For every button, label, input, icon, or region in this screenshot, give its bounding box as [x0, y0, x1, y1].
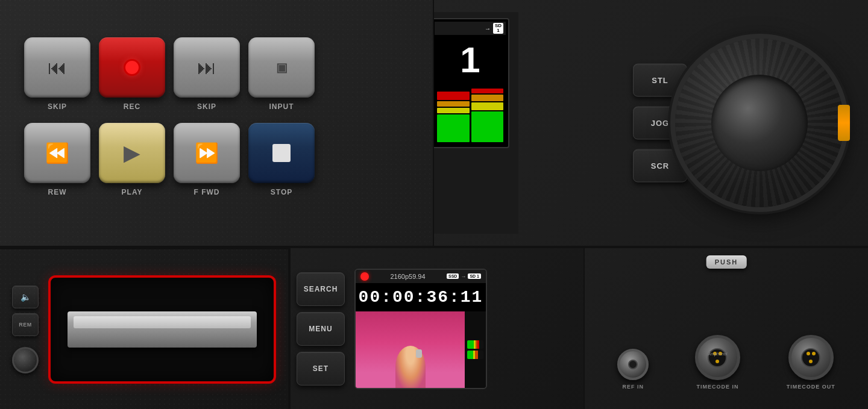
nav-buttons: SEARCH MENU SET — [297, 272, 345, 386]
ref-in-label: REF IN — [623, 384, 644, 390]
rec-button-group: REC — [99, 37, 165, 111]
button-row-2: ⏪ REW ▶ PLAY ⏩ F FWD STOP — [24, 123, 315, 196]
card-slot-panel: 🔈 REM — [0, 248, 289, 409]
rem-label: REM — [19, 322, 32, 328]
play-icon: ▶ — [124, 140, 140, 166]
rem-button[interactable]: REM — [12, 313, 39, 336]
mini-lcd-panel: → SD 1 1 — [434, 12, 518, 234]
speaker-icon: 🔈 — [20, 292, 31, 302]
skip-fwd-button[interactable]: ⏭ — [174, 37, 240, 98]
jog-dial[interactable] — [675, 39, 844, 207]
storage-dest: SD SD 11 — [468, 273, 481, 279]
skip-back-icon: ⏮ — [48, 57, 67, 79]
arrow-indicator: → — [485, 25, 491, 32]
lcd-vu-bars — [465, 311, 486, 388]
stop-button-group: STOP — [248, 123, 315, 196]
mini-lcd-top-bar: → SD 1 — [435, 22, 506, 35]
skip-fwd-button-group: ⏭ SKIP — [174, 37, 240, 111]
timecode-out-group: TIMECODE OUT — [787, 335, 835, 390]
vu-yellow-2 — [471, 102, 504, 111]
speaker-button[interactable]: 🔈 — [12, 286, 39, 308]
ffwd-button[interactable]: ⏩ — [174, 123, 240, 183]
xlr-out-pin-2 — [812, 352, 816, 355]
connectors-panel: PUSH REF IN Amphenol — [585, 248, 868, 409]
lcd-vu-bar-2 — [467, 351, 483, 359]
timecode-out-connector — [788, 335, 834, 380]
jog-control-panel: → SD 1 1 — [434, 0, 868, 247]
stop-icon — [272, 144, 291, 162]
ffwd-label: F FWD — [194, 188, 220, 196]
volume-knob[interactable] — [12, 347, 39, 373]
input-button[interactable]: ▣ — [248, 37, 315, 98]
skip-fwd-label: SKIP — [197, 102, 216, 111]
button-row-1: ⏮ SKIP REC ⏭ SKIP ▣ INPUT — [24, 37, 315, 111]
vu-bar-1 — [437, 87, 470, 142]
stop-label: STOP — [271, 188, 292, 196]
menu-button[interactable]: MENU — [297, 312, 345, 346]
rew-button[interactable]: ⏪ — [24, 123, 90, 183]
ref-in-group: REF IN — [617, 349, 649, 390]
rew-label: REW — [48, 188, 67, 196]
xlr-out-pins — [801, 348, 820, 367]
search-button[interactable]: SEARCH — [297, 272, 345, 306]
storage-arrow: → — [461, 273, 466, 279]
mini-lcd-screen: → SD 1 1 — [434, 18, 509, 148]
rec-indicator — [360, 272, 369, 281]
sd-number: 1 — [497, 28, 499, 33]
xlr-out-pin-1 — [807, 352, 810, 355]
jog-orange-accent — [838, 105, 850, 141]
mini-vu-meters — [435, 84, 506, 145]
timecode-in-group: Amphenol TIMECODE IN — [695, 335, 740, 390]
xlr-pin-3 — [715, 360, 719, 363]
main-lcd: 2160p59.94 SSD → SD SD 11 00:00:36:11 — [354, 269, 487, 389]
rec-icon — [124, 59, 140, 76]
jog-center — [711, 75, 808, 171]
vu-red-1 — [437, 92, 470, 100]
sd-badge: SD 1 — [493, 23, 503, 34]
ref-in-connector — [617, 349, 649, 380]
ffwd-button-group: ⏩ F FWD — [174, 123, 240, 196]
input-icon: ▣ — [276, 60, 288, 75]
timecode-in-connector: Amphenol — [695, 335, 740, 380]
rec-label: REC — [124, 102, 140, 111]
skip-back-button-group: ⏮ SKIP — [24, 37, 90, 111]
connectors-row: REF IN Amphenol TIMECODE IN — [594, 255, 858, 402]
rew-icon: ⏪ — [45, 142, 69, 164]
skip-fwd-icon: ⏭ — [197, 57, 216, 79]
side-buttons: 🔈 REM — [12, 286, 39, 373]
vu-orange-2 — [471, 95, 504, 101]
stop-button[interactable] — [248, 123, 315, 183]
storage-indicator: SSD → SD SD 11 — [447, 273, 481, 279]
preview-microphone — [416, 349, 422, 358]
speaker-button-group: 🔈 — [12, 286, 39, 308]
knob-group — [12, 347, 39, 373]
timecode-in-label: TIMECODE IN — [696, 384, 738, 390]
play-button-group: ▶ PLAY — [99, 123, 165, 196]
scr-button[interactable]: SCR — [633, 149, 687, 183]
push-button[interactable]: PUSH — [706, 255, 747, 269]
rec-button[interactable] — [99, 37, 165, 98]
lcd-channel-number: 1 — [435, 36, 506, 84]
card-slot-area — [48, 275, 276, 384]
card-insert — [68, 311, 257, 348]
vu-green-1 — [437, 114, 470, 142]
amphenol-label: Amphenol — [708, 352, 728, 356]
play-button[interactable]: ▶ — [99, 123, 165, 183]
set-button[interactable]: SET — [297, 352, 345, 386]
input-button-group: ▣ INPUT — [248, 37, 315, 111]
format-text: 2160p59.94 — [390, 273, 425, 280]
storage-type: SSD — [447, 273, 459, 279]
xlr-pins — [708, 348, 727, 367]
rem-button-group: REM — [12, 313, 39, 336]
timecode-out-label: TIMECODE OUT — [787, 384, 835, 390]
bottom-row: 🔈 REM SEARCH — [0, 247, 868, 409]
top-right-content: → SD 1 1 — [446, 12, 856, 234]
vu-bar-2 — [471, 87, 504, 142]
vu-green-2 — [471, 111, 504, 142]
lcd-header: 2160p59.94 SSD → SD SD 11 — [356, 270, 486, 283]
vu-orange-1 — [437, 101, 470, 107]
stl-button[interactable]: STL — [633, 64, 687, 97]
lcd-nav-panel: SEARCH MENU SET 2160p59.94 SSD → S — [289, 248, 585, 409]
input-label: INPUT — [269, 102, 294, 111]
skip-back-button[interactable]: ⏮ — [24, 37, 90, 98]
